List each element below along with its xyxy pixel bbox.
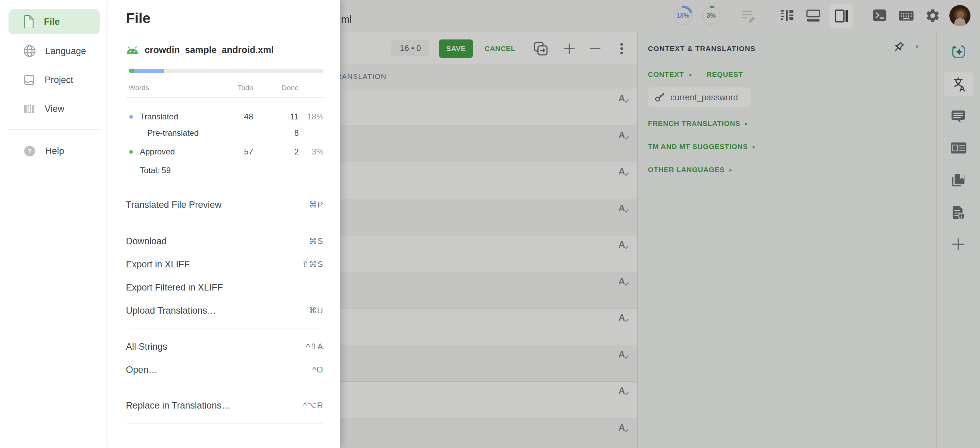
stat-row-pretranslated: Pre-translated 8 (108, 126, 340, 140)
stats-col-done: Done (282, 84, 299, 92)
stat-pct: 3% (312, 147, 324, 156)
file-menu-title: File (126, 10, 150, 27)
menu-label: Export Filtered in XLIFF (126, 282, 223, 293)
current-file-name: crowdin_sample_android.xml (145, 45, 274, 56)
sidebar-item-file[interactable]: File (8, 9, 100, 34)
menu-divider (126, 388, 323, 388)
sidebar-item-help[interactable]: ? Help (8, 138, 100, 164)
menu-item-export-xliff[interactable]: Export in XLIFF ⇧⌘S (126, 256, 323, 272)
stat-todo: 48 (244, 112, 253, 121)
help-icon: ? (23, 145, 36, 157)
stat-row-translated: Translated 48 11 18% (108, 110, 340, 124)
globe-icon (23, 44, 36, 57)
stat-todo: 57 (244, 147, 253, 156)
menu-shortcut: ^O (312, 365, 323, 375)
menu-label: Export in XLIFF (126, 259, 190, 270)
menu-shortcut: ⌘S (309, 237, 323, 246)
stat-label: Approved (140, 147, 175, 156)
sidebar-item-project[interactable]: Project (8, 67, 100, 92)
stat-row-approved: Approved 57 2 3% (108, 145, 340, 159)
crowdin-editor: ml 18% 3% (0, 0, 980, 448)
menu-shortcut: ^⇧A (306, 342, 323, 351)
sidebar-item-language[interactable]: Language (8, 38, 100, 64)
sidebar-item-label: Language (45, 46, 86, 56)
current-file-row[interactable]: crowdin_sample_android.xml (126, 45, 274, 56)
menu-item-translated-file-preview[interactable]: Translated File Preview ⌘P (126, 197, 323, 213)
stat-label: Pre-translated (147, 128, 199, 138)
menu-label: Download (126, 236, 167, 246)
progress-translated (134, 69, 164, 73)
sidebar-item-label: View (45, 104, 64, 114)
stats-divider (126, 97, 323, 98)
stats-col-todo: Todo (237, 84, 253, 92)
main-menu-sidebar: File Language Project View ? Help (0, 0, 108, 448)
menu-item-replace-in-translations[interactable]: Replace in Translations… ^⌥R (126, 398, 323, 413)
modal-scrim[interactable] (340, 0, 980, 448)
stat-done: 8 (294, 128, 299, 138)
menu-label: Upload Translations… (126, 305, 216, 316)
stats-col-words: Words (129, 84, 149, 92)
approved-dot-icon (129, 150, 133, 154)
stat-label: Translated (140, 112, 178, 121)
menu-shortcut: ⌘P (309, 200, 323, 210)
menu-item-open[interactable]: Open… ^O (126, 362, 323, 378)
stats-total: Total: 59 (140, 166, 171, 175)
menu-divider (126, 329, 323, 329)
menu-label: Translated File Preview (126, 200, 221, 210)
sidebar-item-label: File (44, 17, 60, 27)
stat-pct: 18% (307, 112, 324, 121)
stat-done: 2 (294, 147, 299, 156)
stat-done: 11 (290, 112, 299, 121)
progress-approved (129, 69, 134, 73)
menu-divider (126, 223, 323, 223)
menu-shortcut: ⇧⌘S (302, 259, 323, 269)
menu-label: Open… (126, 365, 158, 375)
sidebar-divider (8, 129, 100, 130)
menu-label: All Strings (126, 342, 167, 352)
menu-shortcut: ^⌥R (303, 401, 323, 410)
svg-text:?: ? (27, 147, 32, 155)
menu-shortcut: ⌘U (309, 306, 323, 315)
menu-item-download[interactable]: Download ⌘S (126, 234, 323, 249)
menu-item-all-strings[interactable]: All Strings ^⇧A (126, 339, 323, 354)
translated-dot-icon (129, 115, 133, 119)
file-menu-panel: File crowdin_sample_android.xml Words To… (108, 0, 340, 448)
view-columns-icon (23, 103, 35, 115)
project-icon (23, 74, 35, 86)
menu-divider (126, 189, 323, 189)
sidebar-item-label: Help (45, 146, 64, 156)
sidebar-item-label: Project (45, 75, 73, 86)
sidebar-item-view[interactable]: View (8, 96, 100, 121)
android-file-icon (126, 46, 139, 54)
menu-item-upload-translations[interactable]: Upload Translations… ⌘U (126, 303, 323, 318)
file-icon (23, 15, 35, 28)
menu-item-export-filtered-xliff[interactable]: Export Filtered in XLIFF (126, 280, 323, 295)
menu-label: Replace in Translations… (126, 400, 231, 411)
file-progress-bar (129, 69, 324, 73)
